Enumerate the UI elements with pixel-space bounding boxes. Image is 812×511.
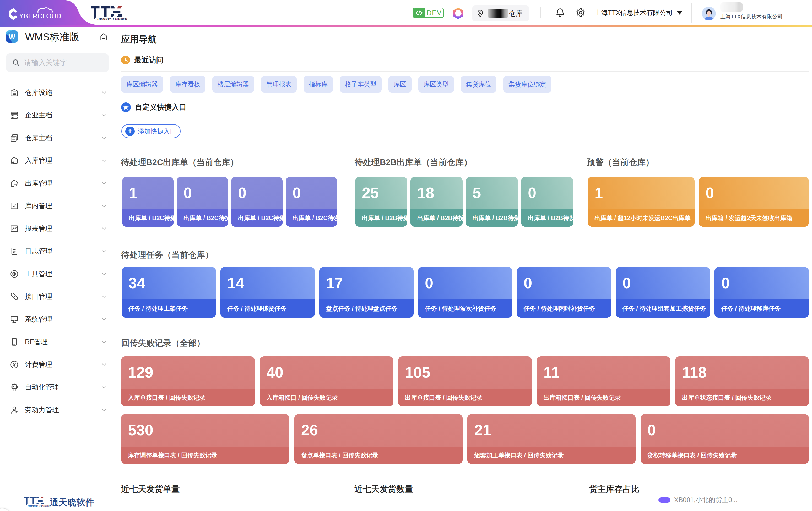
svg-text:W: W [9,33,16,41]
svg-text:Technology To eXcellence: Technology To eXcellence [97,18,127,20]
svg-text:Technology To eXcellence: Technology To eXcellence [28,505,51,507]
svg-text:YBERCLOUD: YBERCLOUD [19,12,61,20]
